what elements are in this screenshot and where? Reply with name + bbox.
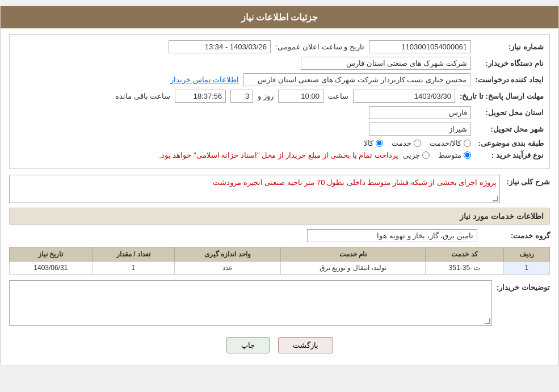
deadline-label: مهلت ارسال پاسخ: تا تاریخ:	[460, 92, 544, 100]
city-label: شهر محل تحویل:	[476, 125, 544, 133]
services-section-title: اطلاعات خدمات مورد نیاز	[9, 208, 550, 225]
deadline-date: 1403/03/30	[353, 90, 455, 103]
col-header-name: نام خدمت	[280, 247, 426, 262]
deadline-remaining-label: ساعت باقی مانده	[115, 92, 170, 100]
cell-date: 1403/06/31	[10, 262, 93, 275]
description-box[interactable]: پروژه اجرای بخشی از شبکه فشار متوسط داخل…	[9, 175, 500, 203]
deadline-remaining: 18:37:56	[175, 90, 226, 103]
requester-contact-link[interactable]: اطلاعات تماس خریدار	[170, 75, 239, 84]
row-need-number: شماره نیاز: 1103001054000061 تاریخ و ساع…	[15, 40, 544, 53]
buyer-note-box[interactable]	[9, 280, 492, 326]
table-row: 1 ت -35-351 تولید، انتقال و توزیع برق عد…	[10, 262, 550, 275]
buyer-note-section: توضیحات خریدار:	[9, 280, 550, 326]
content-area: شماره نیاز: 1103001054000061 تاریخ و ساع…	[1, 28, 558, 365]
col-header-date: تاریخ نیاز	[10, 247, 93, 262]
requester-value: محسن جباری نسب کاربردار شرکت شهرک های صن…	[243, 73, 470, 86]
col-header-qty: تعداد / مقدار	[92, 247, 175, 262]
service-group-value: تامین برق، گاز، بخار و تهویه هوا	[307, 229, 477, 242]
city-value: شیراز	[369, 123, 471, 136]
process-option-jozi[interactable]: جزیی	[403, 151, 430, 159]
row-process: نوع فرآیند خرید : متوسط جزیی پرداخت تمام…	[15, 151, 544, 159]
buyer-org-label: نام دستگاه خریدار:	[476, 59, 544, 68]
description-label: شرح کلی نیاز:	[505, 178, 550, 186]
buttons-row: بازگشت چاپ	[9, 331, 550, 359]
process-radio-jozi[interactable]	[422, 151, 430, 159]
row-city: شهر محل تحویل: شیراز	[15, 123, 544, 136]
category-option-kala-khedmat[interactable]: کالا/خدمت	[430, 139, 471, 147]
cell-unit: عدد	[175, 262, 280, 275]
category-radio-khedmat[interactable]	[414, 140, 421, 147]
process-label: نوع فرآیند خرید :	[476, 151, 544, 159]
print-button[interactable]: چاپ	[226, 337, 270, 353]
category-radio-group: کالا/خدمت خدمت کالا	[364, 139, 471, 147]
row-requester: ایجاد کننده درخواست: محسن جباری نسب کارب…	[15, 73, 544, 86]
col-header-unit: واحد اندازه گیری	[175, 247, 280, 262]
announcement-date-label: تاریخ و ساعت اعلان عمومی:	[275, 43, 364, 51]
deadline-time: 10:00	[278, 90, 323, 103]
cell-code: ت -35-351	[426, 262, 503, 275]
category-radio-kala[interactable]	[376, 140, 383, 147]
deadline-days-label: روز و	[258, 92, 274, 100]
category-radio-kala-khedmat[interactable]	[464, 140, 471, 147]
buyer-note-label: توضیحات خریدار:	[497, 283, 550, 292]
page-wrapper: جزئیات اطلاعات نیاز شماره نیاز: 11030010…	[0, 6, 559, 365]
process-label-jozi: جزیی	[403, 151, 420, 159]
announcement-date-value: 1403/03/26 - 13:34	[169, 40, 271, 53]
requester-label: ایجاد کننده درخواست:	[475, 75, 544, 84]
category-label: طبقه بندی موضوعی:	[476, 139, 544, 147]
row-deadline: مهلت ارسال پاسخ: تا تاریخ: 1403/03/30 سا…	[15, 90, 544, 103]
row-category: طبقه بندی موضوعی: کالا/خدمت خدمت کالا	[15, 139, 544, 147]
main-info-section: شماره نیاز: 1103001054000061 تاریخ و ساع…	[9, 34, 550, 169]
cell-name: تولید، انتقال و توزیع برق	[280, 262, 426, 275]
category-label-kala-khedmat: کالا/خدمت	[430, 139, 461, 147]
row-service-group: گروه خدمت: تامین برق، گاز، بخار و تهویه …	[9, 229, 550, 242]
process-option-motavaset[interactable]: متوسط	[438, 151, 471, 159]
cell-row-num: 1	[503, 262, 549, 275]
need-number-value: 1103001054000061	[369, 40, 471, 53]
description-text: پروژه اجرای بخشی از شبکه فشار متوسط داخل…	[213, 178, 497, 187]
buyer-org-value: شرکت شهرک های صنعتی استان فارس	[301, 57, 471, 70]
process-note: پرداخت تمام یا بخشی از مبلغ خریدار از مح…	[159, 151, 398, 159]
process-radio-group: متوسط جزیی	[403, 151, 471, 159]
need-number-label: شماره نیاز:	[476, 43, 544, 51]
category-option-kala[interactable]: کالا	[364, 139, 383, 147]
province-label: استان محل تحویل:	[476, 108, 544, 117]
category-label-khedmat: خدمت	[392, 139, 411, 147]
category-option-khedmat[interactable]: خدمت	[392, 139, 421, 147]
back-button[interactable]: بازگشت	[278, 337, 333, 353]
deadline-days: 3	[230, 90, 253, 103]
province-value: فارس	[369, 106, 471, 119]
buyer-note-resize-icon	[485, 318, 490, 324]
services-table-section: ردیف کد خدمت نام خدمت واحد اندازه گیری ت…	[9, 247, 550, 275]
process-label-motavaset: متوسط	[438, 151, 461, 159]
deadline-time-label: ساعت	[328, 92, 348, 100]
col-header-code: کد خدمت	[426, 247, 503, 262]
description-section: شرح کلی نیاز: پروژه اجرای بخشی از شبکه ف…	[9, 175, 550, 203]
process-radio-motavaset[interactable]	[464, 151, 471, 159]
row-buyer-org: نام دستگاه خریدار: شرکت شهرک های صنعتی ا…	[15, 57, 544, 70]
resize-handle-icon	[493, 196, 498, 201]
col-header-row-num: ردیف	[503, 247, 549, 262]
services-table: ردیف کد خدمت نام خدمت واحد اندازه گیری ت…	[9, 247, 550, 275]
category-label-kala: کالا	[364, 139, 373, 147]
table-header-row: ردیف کد خدمت نام خدمت واحد اندازه گیری ت…	[10, 247, 550, 262]
row-province: استان محل تحویل: فارس	[15, 106, 544, 119]
service-group-label: گروه خدمت:	[482, 231, 550, 240]
cell-qty: 1	[92, 262, 175, 275]
page-title: جزئیات اطلاعات نیاز	[1, 6, 558, 28]
